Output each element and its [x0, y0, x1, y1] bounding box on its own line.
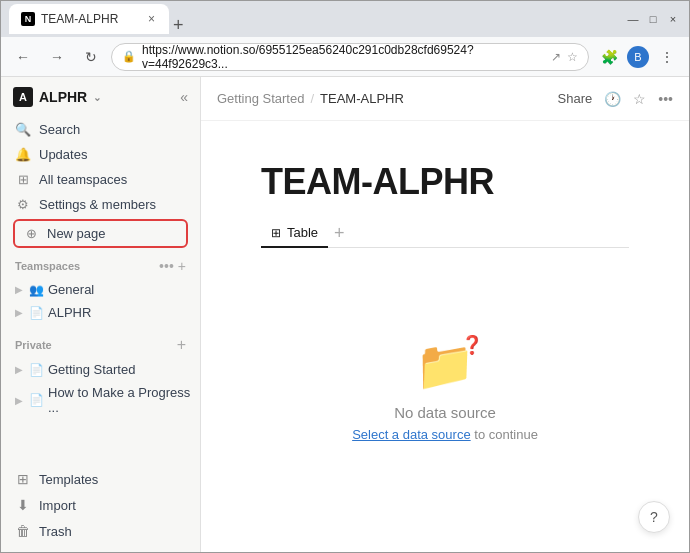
teamspaces-icon: ⊞	[15, 172, 31, 187]
maximize-button[interactable]: □	[645, 11, 661, 27]
breadcrumb: Getting Started / TEAM-ALPHR	[217, 91, 404, 106]
private-label: Private	[15, 339, 52, 351]
add-view-button[interactable]: +	[334, 223, 345, 244]
getting-started-label: Getting Started	[48, 362, 192, 377]
import-icon: ⬇	[15, 497, 31, 513]
title-bar: N TEAM-ALPHR × + — □ ×	[1, 1, 689, 37]
browser-window: N TEAM-ALPHR × + — □ × ← → ↻ 🔒 https://w…	[0, 0, 690, 553]
empty-folder-icon: 📁❓	[415, 338, 475, 394]
progress-chevron-icon: ▶	[15, 395, 25, 406]
address-bar[interactable]: 🔒 https://www.notion.so/6955125ea56240c2…	[111, 43, 589, 71]
sidebar-item-general[interactable]: ▶ 👥 General	[1, 278, 200, 301]
private-section: Private + ▶ 📄 Getting Started ▶ 📄 How to…	[1, 328, 200, 419]
browser-menu-icon[interactable]: ⋮	[653, 43, 681, 71]
table-view-icon: ⊞	[271, 226, 281, 240]
workspace-name[interactable]: A ALPHR ⌄	[13, 87, 101, 107]
new-page-button[interactable]: ⊕ New page	[13, 219, 188, 248]
sidebar-item-search[interactable]: 🔍 Search	[7, 117, 194, 142]
teamspaces-actions: ••• +	[159, 258, 186, 274]
progress-label: How to Make a Progress ...	[48, 385, 192, 415]
profile-icon[interactable]: B	[627, 46, 649, 68]
url-text: https://www.notion.so/6955125ea56240c291…	[142, 43, 545, 71]
star-icon[interactable]: ☆	[633, 91, 646, 107]
share-button[interactable]: Share	[558, 91, 593, 106]
settings-icon: ⚙	[15, 197, 31, 212]
address-share-icon[interactable]: ↗	[551, 50, 561, 64]
sidebar-item-alphr[interactable]: ▶ 📄 ALPHR	[1, 301, 200, 324]
sidebar-updates-label: Updates	[39, 147, 87, 162]
address-star-icon[interactable]: ☆	[567, 50, 578, 64]
breadcrumb-current: TEAM-ALPHR	[320, 91, 404, 106]
templates-icon: ⊞	[15, 471, 31, 487]
sidebar-settings-label: Settings & members	[39, 197, 156, 212]
sidebar-item-templates[interactable]: ⊞ Templates	[7, 466, 194, 492]
tab-area: N TEAM-ALPHR × +	[9, 4, 613, 34]
teamspaces-more-icon[interactable]: •••	[159, 258, 174, 274]
getting-started-chevron-icon: ▶	[15, 364, 25, 375]
new-tab-button[interactable]: +	[173, 16, 184, 34]
browser-toolbar-icons: 🧩 B ⋮	[595, 43, 681, 71]
progress-icon: 📄	[29, 393, 44, 407]
alphr-chevron-icon: ▶	[15, 307, 25, 318]
sidebar-item-trash[interactable]: 🗑 Trash	[7, 518, 194, 544]
sidebar-item-all-teamspaces[interactable]: ⊞ All teamspaces	[7, 167, 194, 192]
help-button[interactable]: ?	[638, 501, 670, 533]
back-button[interactable]: ←	[9, 43, 37, 71]
page-body: TEAM-ALPHR ⊞ Table + 📁❓ No data source S…	[201, 121, 689, 552]
breadcrumb-parent[interactable]: Getting Started	[217, 91, 304, 106]
table-view-label: Table	[287, 225, 318, 240]
templates-label: Templates	[39, 472, 98, 487]
view-tabs: ⊞ Table +	[261, 219, 629, 248]
history-icon[interactable]: 🕐	[604, 91, 621, 107]
close-button[interactable]: ×	[665, 11, 681, 27]
general-icon: 👥	[29, 283, 44, 297]
import-label: Import	[39, 498, 76, 513]
more-options-icon[interactable]: •••	[658, 91, 673, 107]
workspace-label: ALPHR	[39, 89, 87, 105]
empty-state-title: No data source	[394, 404, 496, 421]
tab-close-button[interactable]: ×	[146, 12, 157, 26]
empty-state-action: Select a data source to continue	[352, 427, 538, 442]
table-view-tab[interactable]: ⊞ Table	[261, 219, 328, 248]
app-content: A ALPHR ⌄ « 🔍 Search 🔔 Updates ⊞ All tea…	[1, 77, 689, 552]
sidebar-search-label: Search	[39, 122, 80, 137]
active-tab[interactable]: N TEAM-ALPHR ×	[9, 4, 169, 34]
sidebar-collapse-button[interactable]: «	[180, 89, 188, 105]
private-header: Private +	[1, 328, 200, 358]
sidebar-item-import[interactable]: ⬇ Import	[7, 492, 194, 518]
extensions-icon[interactable]: 🧩	[595, 43, 623, 71]
search-icon: 🔍	[15, 122, 31, 137]
question-mark-icon: ❓	[461, 334, 483, 356]
teamspaces-section-header: Teamspaces ••• +	[1, 250, 200, 278]
breadcrumb-separator: /	[310, 91, 314, 106]
empty-state-suffix: to continue	[471, 427, 538, 442]
sidebar-teamspaces-label: All teamspaces	[39, 172, 127, 187]
general-chevron-icon: ▶	[15, 284, 25, 295]
window-controls: — □ ×	[625, 11, 681, 27]
workspace-initial: A	[13, 87, 33, 107]
sidebar-footer: ⊞ Templates ⬇ Import 🗑 Trash	[1, 458, 200, 552]
main-content: Getting Started / TEAM-ALPHR Share 🕐 ☆ •…	[201, 77, 689, 552]
teamspaces-add-icon[interactable]: +	[178, 258, 186, 274]
tab-label: TEAM-ALPHR	[41, 12, 140, 26]
minimize-button[interactable]: —	[625, 11, 641, 27]
general-label: General	[48, 282, 192, 297]
trash-icon: 🗑	[15, 523, 31, 539]
sidebar-item-getting-started[interactable]: ▶ 📄 Getting Started	[1, 358, 200, 381]
reload-button[interactable]: ↻	[77, 43, 105, 71]
forward-button[interactable]: →	[43, 43, 71, 71]
private-add-button[interactable]: +	[177, 336, 186, 354]
empty-state: 📁❓ No data source Select a data source t…	[261, 278, 629, 502]
nav-bar: ← → ↻ 🔒 https://www.notion.so/6955125ea5…	[1, 37, 689, 77]
workspace-chevron-icon: ⌄	[93, 92, 101, 103]
getting-started-icon: 📄	[29, 363, 44, 377]
sidebar-item-how-to-progress[interactable]: ▶ 📄 How to Make a Progress ...	[1, 381, 200, 419]
teamspaces-label: Teamspaces	[15, 260, 80, 272]
alphr-label: ALPHR	[48, 305, 192, 320]
alphr-icon: 📄	[29, 306, 44, 320]
sidebar-item-updates[interactable]: 🔔 Updates	[7, 142, 194, 167]
topbar-actions: Share 🕐 ☆ •••	[558, 91, 673, 107]
sidebar-item-settings[interactable]: ⚙ Settings & members	[7, 192, 194, 217]
select-data-source-link[interactable]: Select a data source	[352, 427, 471, 442]
trash-label: Trash	[39, 524, 72, 539]
